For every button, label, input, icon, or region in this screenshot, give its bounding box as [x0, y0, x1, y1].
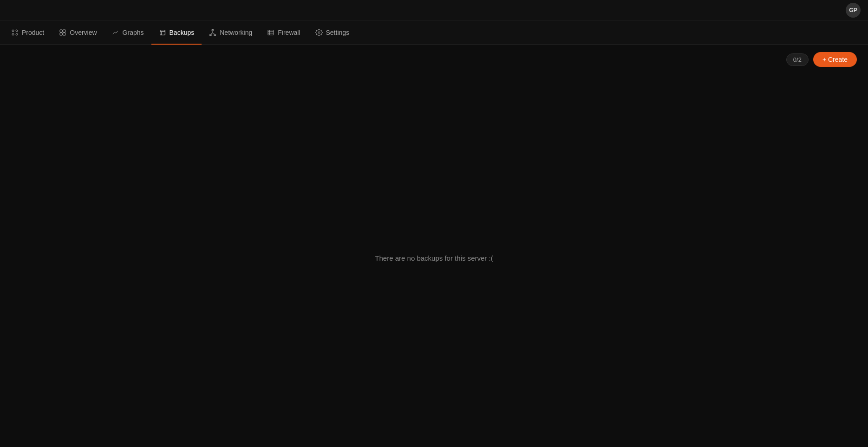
svg-rect-17: [268, 30, 274, 35]
top-bar: GP: [0, 0, 868, 20]
main-content: 0/2 + Create There are no backups for th…: [0, 45, 868, 447]
empty-state-text: There are no backups for this server :(: [375, 254, 493, 262]
nav-label-graphs: Graphs: [123, 29, 144, 36]
backups-icon: [159, 29, 166, 36]
svg-point-1: [16, 30, 18, 32]
svg-rect-5: [63, 30, 65, 32]
nav-item-backups[interactable]: Backups: [151, 20, 202, 45]
nav-item-graphs[interactable]: Graphs: [104, 20, 151, 45]
nav-item-overview[interactable]: Overview: [52, 20, 104, 45]
svg-line-15: [211, 33, 213, 34]
svg-rect-7: [63, 33, 65, 35]
nav-item-firewall[interactable]: Firewall: [260, 20, 307, 45]
nav-label-backups: Backups: [170, 29, 195, 36]
nav-label-networking: Networking: [220, 29, 252, 36]
networking-icon: [209, 29, 216, 36]
nav-item-product[interactable]: Product: [4, 20, 52, 45]
svg-rect-4: [60, 30, 62, 32]
empty-state: There are no backups for this server :(: [11, 78, 857, 438]
svg-line-16: [213, 33, 215, 34]
graphs-icon: [112, 29, 119, 36]
nav-label-product: Product: [22, 29, 44, 36]
create-button[interactable]: + Create: [813, 52, 857, 67]
svg-rect-13: [214, 34, 216, 36]
nav-label-overview: Overview: [70, 29, 97, 36]
svg-rect-6: [60, 33, 62, 35]
toolbar: 0/2 + Create: [11, 52, 857, 67]
svg-rect-11: [212, 29, 214, 31]
svg-point-0: [12, 30, 14, 32]
nav-label-settings: Settings: [326, 29, 350, 36]
avatar[interactable]: GP: [846, 3, 861, 18]
nav-label-firewall: Firewall: [278, 29, 300, 36]
settings-icon: [315, 29, 323, 36]
nav-item-networking[interactable]: Networking: [202, 20, 260, 45]
svg-point-21: [318, 32, 320, 33]
svg-rect-8: [160, 30, 165, 35]
svg-rect-12: [210, 34, 212, 36]
svg-point-3: [16, 33, 18, 35]
quota-badge: 0/2: [786, 53, 809, 66]
firewall-icon: [267, 29, 274, 36]
overview-icon: [59, 29, 66, 36]
svg-point-2: [12, 33, 14, 35]
nav-item-settings[interactable]: Settings: [308, 20, 357, 45]
product-icon: [11, 29, 19, 36]
nav-bar: Product Overview Graphs: [0, 20, 868, 45]
